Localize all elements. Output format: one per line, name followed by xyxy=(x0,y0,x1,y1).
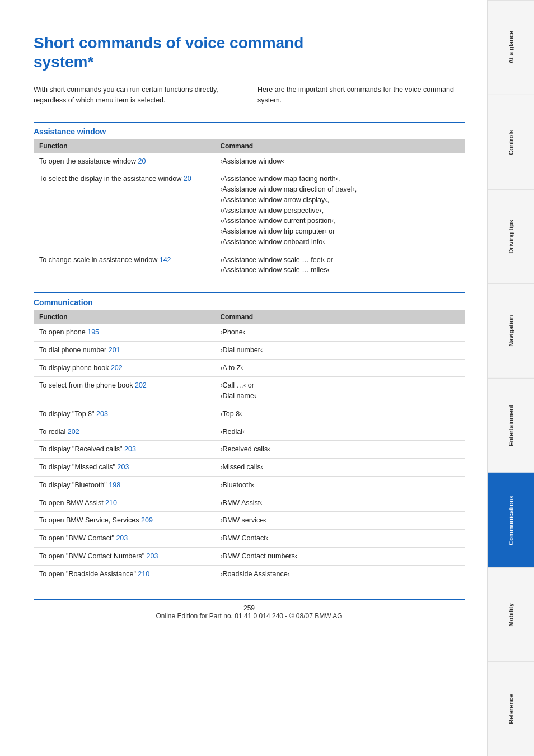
cell-function: To display "Top 8" 203 xyxy=(34,405,214,423)
table-row: To display "Bluetooth" 198›Bluetooth‹ xyxy=(34,476,465,494)
col-header-command: Command xyxy=(214,310,465,324)
cell-function: To open BMW Service, Services 209 xyxy=(34,512,214,530)
function-page-num: 203 xyxy=(96,410,108,418)
cell-function: To display "Missed calls" 203 xyxy=(34,459,214,477)
cell-command: ›Assistance window map facing north‹,›As… xyxy=(214,170,465,251)
cell-function: To open BMW Assist 210 xyxy=(34,494,214,512)
table-row: To open "Roadside Assistance" 210›Roadsi… xyxy=(34,565,465,582)
sidebar-tab-entertainment[interactable]: Entertainment xyxy=(488,378,534,473)
cell-command: ›Roadside Assistance‹ xyxy=(214,565,465,582)
function-page-num: 201 xyxy=(109,346,120,354)
cell-function: To open the assistance window 20 xyxy=(34,153,214,170)
function-page-num: 202 xyxy=(111,364,123,372)
cell-command: ›Dial number‹ xyxy=(214,341,465,359)
cell-command: ›Missed calls‹ xyxy=(214,459,465,477)
sidebar-tab-reference[interactable]: Reference xyxy=(488,661,534,756)
sidebar-tab-controls[interactable]: Controls xyxy=(488,95,534,189)
col-header-command: Command xyxy=(214,139,465,153)
cell-command: ›Phone‹ xyxy=(214,324,465,341)
table-row: To change scale in assistance window 142… xyxy=(34,251,465,279)
table-row: To display "Received calls" 203›Received… xyxy=(34,441,465,459)
table-row: To open the assistance window 20›Assista… xyxy=(34,153,465,170)
function-page-num: 210 xyxy=(105,499,117,507)
cell-command: ›BMW Contact‹ xyxy=(214,530,465,548)
page-number: 259 xyxy=(243,604,255,612)
table-row: To open phone 195›Phone‹ xyxy=(34,324,465,341)
intro-section: With short commands you can run certain … xyxy=(34,85,465,106)
section-header-assistance-window: Assistance window xyxy=(34,127,465,136)
intro-left: With short commands you can run certain … xyxy=(34,85,241,106)
function-page-num: 203 xyxy=(116,534,128,542)
sidebar-tab-at-a-glance[interactable]: At a glance xyxy=(488,0,534,95)
cell-function: To open "BMW Contact" 203 xyxy=(34,530,214,548)
table-row: To display "Missed calls" 203›Missed cal… xyxy=(34,459,465,477)
cell-command: ›BMW Assist‹ xyxy=(214,494,465,512)
function-page-num: 203 xyxy=(117,463,129,471)
intro-right: Here are the important short commands fo… xyxy=(257,85,465,106)
cell-function: To redial 202 xyxy=(34,423,214,441)
cell-command: ›Call …‹ or›Dial name‹ xyxy=(214,377,465,405)
cell-command: ›BMW Contact numbers‹ xyxy=(214,547,465,565)
page-title: Short commands of voice command system* xyxy=(34,34,465,71)
sidebar-tab-mobility[interactable]: Mobility xyxy=(488,567,534,662)
cell-command: ›Redial‹ xyxy=(214,423,465,441)
title-line1: Short commands of voice command xyxy=(34,34,303,52)
cell-function: To open "Roadside Assistance" 210 xyxy=(34,565,214,582)
table-row: To select the display in the assistance … xyxy=(34,170,465,251)
cell-command: ›BMW service‹ xyxy=(214,512,465,530)
cell-function: To dial phone number 201 xyxy=(34,341,214,359)
cell-function: To display "Received calls" 203 xyxy=(34,441,214,459)
table-row: To redial 202›Redial‹ xyxy=(34,423,465,441)
cell-command: ›A to Z‹ xyxy=(214,359,465,377)
table-row: To open "BMW Contact" 203›BMW Contact‹ xyxy=(34,530,465,548)
col-header-function: Function xyxy=(34,310,214,324)
cell-command: ›Received calls‹ xyxy=(214,441,465,459)
cell-function: To display phone book 202 xyxy=(34,359,214,377)
function-page-num: 20 xyxy=(184,175,191,183)
function-page-num: 209 xyxy=(141,516,153,524)
table-row: To dial phone number 201›Dial number‹ xyxy=(34,341,465,359)
table-row: To display phone book 202›A to Z‹ xyxy=(34,359,465,377)
col-header-function: Function xyxy=(34,139,214,153)
table-communication: FunctionCommandTo open phone 195›Phone‹T… xyxy=(34,310,465,582)
table-row: To select from the phone book 202›Call …… xyxy=(34,377,465,405)
function-page-num: 195 xyxy=(87,328,99,336)
table-row: To display "Top 8" 203›Top 8‹ xyxy=(34,405,465,423)
sidebar-tab-communications[interactable]: Communications xyxy=(488,473,534,567)
cell-function: To select the display in the assistance … xyxy=(34,170,214,251)
footer-text: Online Edition for Part no. 01 41 0 014 … xyxy=(156,612,342,620)
cell-command: ›Assistance window scale … feet‹ or›Assi… xyxy=(214,251,465,279)
section-header-communication: Communication xyxy=(34,298,465,307)
cell-function: To open "BMW Contact Numbers" 203 xyxy=(34,547,214,565)
cell-function: To select from the phone book 202 xyxy=(34,377,214,405)
sidebar-tab-driving-tips[interactable]: Driving tips xyxy=(488,189,534,284)
table-row: To open BMW Service, Services 209›BMW se… xyxy=(34,512,465,530)
function-page-num: 203 xyxy=(147,552,158,560)
function-page-num: 203 xyxy=(124,445,136,453)
cell-function: To open phone 195 xyxy=(34,324,214,341)
cell-command: ›Bluetooth‹ xyxy=(214,476,465,494)
function-page-num: 20 xyxy=(138,157,146,165)
function-page-num: 142 xyxy=(160,256,171,264)
cell-command: ›Top 8‹ xyxy=(214,405,465,423)
main-content: Short commands of voice command system* … xyxy=(0,0,487,756)
title-line2: system* xyxy=(34,53,93,71)
cell-command: ›Assistance window‹ xyxy=(214,153,465,170)
cell-function: To change scale in assistance window 142 xyxy=(34,251,214,279)
function-page-num: 202 xyxy=(68,428,79,436)
sidebar: At a glanceControlsDriving tipsNavigatio… xyxy=(487,0,534,756)
sidebar-tab-navigation[interactable]: Navigation xyxy=(488,283,534,378)
tables-container: Assistance windowFunctionCommandTo open … xyxy=(34,122,465,583)
function-page-num: 202 xyxy=(135,381,147,389)
function-page-num: 198 xyxy=(109,481,120,489)
table-row: To open BMW Assist 210›BMW Assist‹ xyxy=(34,494,465,512)
page-footer: 259 Online Edition for Part no. 01 41 0 … xyxy=(34,599,465,620)
function-page-num: 210 xyxy=(138,570,149,578)
table-row: To open "BMW Contact Numbers" 203›BMW Co… xyxy=(34,547,465,565)
cell-function: To display "Bluetooth" 198 xyxy=(34,476,214,494)
table-assistance-window: FunctionCommandTo open the assistance wi… xyxy=(34,139,465,279)
